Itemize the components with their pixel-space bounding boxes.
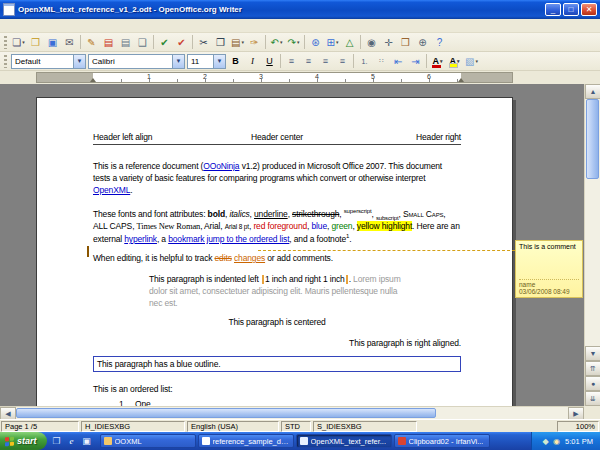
highlighting-dropdown-arrow[interactable]: ▾ <box>457 58 460 64</box>
previous-page-icon[interactable]: ⇈ <box>585 361 600 376</box>
paragraph-style-combo[interactable]: Default ▼ <box>11 54 86 69</box>
scroll-up-icon[interactable]: ▲ <box>585 84 600 99</box>
show-draw-functions-icon[interactable]: △ <box>341 34 358 50</box>
undo-icon[interactable]: ↶▾ <box>268 34 285 50</box>
numbering-icon[interactable]: 1. <box>356 53 373 69</box>
decrease-indent-icon[interactable]: ⇤ <box>390 53 407 69</box>
copy-icon[interactable]: ❐ <box>212 34 229 50</box>
background-color-icon[interactable]: ▧▾ <box>463 53 480 69</box>
status-selection-mode[interactable]: STD <box>281 421 311 432</box>
cut-icon[interactable]: ✂ <box>195 34 212 50</box>
paragraph-style-dropdown-arrow[interactable]: ▼ <box>73 54 86 69</box>
horizontal-scroll-thumb[interactable] <box>16 408 436 418</box>
taskbar-button[interactable]: OOXML <box>100 434 196 448</box>
title-bar[interactable]: OpenXML_text_reference_v1_2.odt - OpenOf… <box>0 0 600 19</box>
status-language[interactable]: English (USA) <box>187 421 279 432</box>
openxml-link[interactable]: OpenXML <box>93 185 130 195</box>
justified-icon[interactable]: ≡ <box>334 53 351 69</box>
text-run: bold <box>208 209 225 219</box>
next-page-icon[interactable]: ⇊ <box>585 391 600 406</box>
horizontal-scrollbar[interactable]: ◀ ▶ <box>0 406 584 419</box>
spellcheck-icon[interactable]: ✔ <box>156 34 173 50</box>
scroll-left-icon[interactable]: ◀ <box>0 407 16 419</box>
bullets-icon[interactable]: ∷ <box>373 53 390 69</box>
scroll-right-icon[interactable]: ▶ <box>568 407 584 419</box>
close-button[interactable]: ✕ <box>581 3 597 16</box>
openoffice-quickstarter-icon[interactable]: ▣ <box>80 434 94 448</box>
document-page[interactable]: Header left align Header center Header r… <box>36 97 513 419</box>
gallery-icon[interactable]: ❒ <box>397 34 414 50</box>
font-name-dropdown-arrow[interactable]: ▼ <box>172 54 185 69</box>
oooninja-link[interactable]: OOoNinja <box>203 161 239 171</box>
italic-icon[interactable]: I <box>244 53 261 69</box>
maximize-button[interactable]: □ <box>563 3 579 16</box>
edit-file-icon[interactable]: ✎ <box>83 34 100 50</box>
font-name-combo[interactable]: Calibri ▼ <box>88 54 185 69</box>
new-document-icon[interactable]: ❏▾ <box>10 34 27 50</box>
scroll-down-icon[interactable]: ▼ <box>585 346 600 361</box>
status-bar: Page 1 /5 H_IDIESXBG English (USA) STD S… <box>0 419 600 432</box>
left-indent-marker[interactable] <box>90 75 96 82</box>
navigation-icon[interactable]: ● <box>585 376 600 391</box>
highlighting-icon[interactable]: A▾ <box>446 53 463 69</box>
format-paintbrush-icon[interactable]: ✑ <box>246 34 263 50</box>
minimize-button[interactable]: _ <box>545 3 561 16</box>
auto-spellcheck-icon[interactable]: ✔ <box>173 34 190 50</box>
font-color-icon[interactable]: A▾ <box>429 53 446 69</box>
start-button[interactable]: start <box>0 432 47 450</box>
find-replace-icon[interactable]: ◉ <box>363 34 380 50</box>
taskbar-button[interactable]: reference_sample_do... <box>198 434 294 448</box>
standard-toolbar: ❏▾❐▣✉✎▤▤❑✔✔✂❐▤▾✑↶▾↷▾⊛⊞▾△◉✛❒⊕? <box>0 33 600 52</box>
new-document-dropdown-arrow[interactable]: ▾ <box>22 39 25 45</box>
toolbar-grip[interactable] <box>4 36 7 49</box>
paste-icon[interactable]: ▤▾ <box>229 34 246 50</box>
document-as-email-icon[interactable]: ✉ <box>61 34 78 50</box>
ruler-strip[interactable]: 123456 <box>36 72 513 83</box>
font-size-combo[interactable]: 11 ▼ <box>187 54 226 69</box>
vertical-scrollbar[interactable]: ▲ ▼ ⇈ ● ⇊ <box>584 84 600 406</box>
internet-explorer-icon[interactable]: e <box>65 434 79 448</box>
undo-dropdown-arrow[interactable]: ▾ <box>280 39 283 45</box>
paragraph-style-value[interactable]: Default <box>11 54 73 69</box>
navigator-icon[interactable]: ✛ <box>380 34 397 50</box>
open-icon[interactable]: ❐ <box>27 34 44 50</box>
font-name-value[interactable]: Calibri <box>88 54 172 69</box>
align-right-icon[interactable]: ≡ <box>317 53 334 69</box>
table-icon[interactable]: ⊞▾ <box>324 34 341 50</box>
text-run: Small Caps <box>403 209 443 219</box>
redo-icon[interactable]: ↷▾ <box>285 34 302 50</box>
toolbar-grip[interactable] <box>4 55 7 68</box>
align-center-icon[interactable]: ≡ <box>300 53 317 69</box>
external-hyperlink[interactable]: hyperlink <box>124 234 157 244</box>
zoom-icon[interactable]: ⊕ <box>414 34 431 50</box>
comment-box[interactable]: This is a comment name 03/06/2008 08:49 <box>515 240 583 298</box>
vertical-scroll-thumb[interactable] <box>586 99 599 179</box>
paste-dropdown-arrow[interactable]: ▾ <box>241 39 244 45</box>
volume-icon[interactable]: ◉ <box>551 435 562 447</box>
help-icon[interactable]: ? <box>431 34 448 50</box>
status-page-style[interactable]: H_IDIESXBG <box>81 421 185 432</box>
underline-icon[interactable]: U <box>261 53 278 69</box>
page-preview-icon[interactable]: ❑ <box>134 34 151 50</box>
hyperlink-icon[interactable]: ⊛ <box>307 34 324 50</box>
increase-indent-icon[interactable]: ⇥ <box>407 53 424 69</box>
right-indent-marker[interactable] <box>458 75 464 82</box>
safely-remove-hardware-icon[interactable]: ◆ <box>540 435 551 447</box>
table-dropdown-arrow[interactable]: ▾ <box>336 39 339 45</box>
font-color-dropdown-arrow[interactable]: ▾ <box>440 58 443 64</box>
bookmark-link[interactable]: bookmark jump to the ordered list <box>168 234 289 244</box>
show-desktop-icon[interactable]: ❐ <box>50 434 64 448</box>
status-zoom[interactable]: 100% <box>557 421 599 432</box>
taskbar-button[interactable]: Clipboard02 - IrfanVi... <box>394 434 490 448</box>
bold-icon[interactable]: B <box>227 53 244 69</box>
export-pdf-icon[interactable]: ▤ <box>100 34 117 50</box>
background-color-dropdown-arrow[interactable]: ▾ <box>475 58 478 64</box>
print-icon[interactable]: ▤ <box>117 34 134 50</box>
taskbar-button[interactable]: OpenXML_text_refer... <box>296 434 392 448</box>
font-size-value[interactable]: 11 <box>187 54 213 69</box>
save-icon[interactable]: ▣ <box>44 34 61 50</box>
align-left-icon[interactable]: ≡ <box>283 53 300 69</box>
ruler-text-area[interactable]: 123456 <box>93 73 461 82</box>
redo-dropdown-arrow[interactable]: ▾ <box>297 39 300 45</box>
font-size-dropdown-arrow[interactable]: ▼ <box>213 54 226 69</box>
